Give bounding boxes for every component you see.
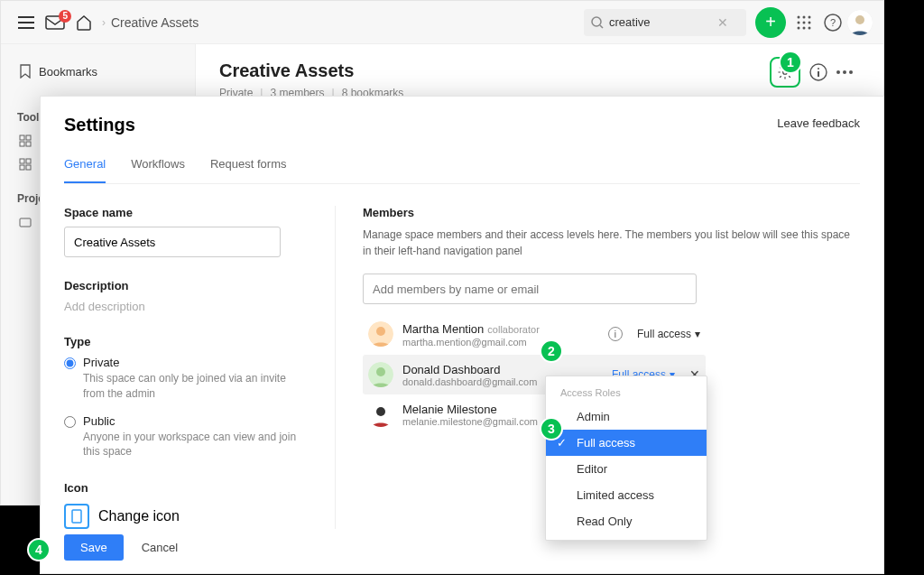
- type-public-title: Public: [83, 414, 299, 428]
- svg-rect-16: [26, 135, 31, 140]
- icon-label: Icon: [64, 481, 299, 495]
- step-badge-1: 1: [779, 51, 802, 74]
- svg-rect-27: [818, 71, 819, 77]
- svg-point-10: [808, 26, 811, 29]
- leave-feedback-link[interactable]: Leave feedback: [777, 116, 860, 130]
- space-icon-preview: [64, 504, 89, 529]
- search-input[interactable]: [609, 15, 717, 29]
- grid-icon: [19, 134, 32, 147]
- folder-icon: [19, 216, 32, 228]
- type-private-title: Private: [83, 356, 299, 369]
- svg-point-2: [798, 15, 800, 18]
- space-name-label: Space name: [64, 206, 299, 219]
- bookmark-icon: [19, 64, 32, 79]
- svg-rect-19: [20, 159, 24, 163]
- svg-point-4: [808, 15, 811, 18]
- type-public-radio[interactable]: [64, 416, 76, 428]
- mail-count-badge: 5: [59, 10, 71, 23]
- apps-grid-icon[interactable]: [790, 8, 818, 37]
- dropdown-item-readonly[interactable]: Read Only: [546, 508, 707, 534]
- dropdown-item-full-access[interactable]: Full access: [546, 430, 707, 456]
- user-avatar[interactable]: [847, 10, 873, 35]
- type-label: Type: [64, 335, 299, 348]
- svg-rect-22: [26, 165, 31, 170]
- svg-rect-18: [26, 142, 31, 146]
- description-label: Description: [64, 279, 299, 292]
- step-badge-4: 4: [27, 538, 51, 561]
- member-avatar: [368, 402, 393, 427]
- search-clear-icon[interactable]: ✕: [717, 15, 728, 30]
- member-avatar: [368, 321, 393, 347]
- svg-point-14: [855, 15, 864, 24]
- svg-rect-23: [20, 218, 31, 227]
- tab-workflows[interactable]: Workflows: [131, 157, 185, 183]
- svg-rect-15: [20, 135, 24, 140]
- members-label: Members: [363, 206, 860, 219]
- member-access-button[interactable]: Full access ▾: [637, 328, 700, 340]
- breadcrumb: › Creative Assets: [102, 15, 199, 30]
- step-badge-3: 3: [540, 417, 563, 441]
- svg-text:?: ?: [830, 17, 836, 28]
- tab-request-forms[interactable]: Request forms: [210, 157, 287, 183]
- chevron-right-icon: ›: [102, 16, 106, 29]
- svg-point-30: [849, 70, 853, 74]
- add-button[interactable]: +: [755, 7, 786, 38]
- more-icon[interactable]: [836, 70, 853, 74]
- member-avatar: [368, 362, 393, 387]
- member-info-icon[interactable]: i: [608, 327, 623, 341]
- svg-point-37: [376, 407, 385, 416]
- help-icon[interactable]: ?: [818, 8, 847, 37]
- svg-rect-17: [20, 142, 24, 146]
- grid-icon: [19, 158, 32, 171]
- dropdown-item-limited[interactable]: Limited access: [546, 482, 707, 508]
- svg-point-28: [836, 70, 840, 74]
- type-private-radio[interactable]: [64, 357, 76, 369]
- save-button[interactable]: Save: [64, 534, 124, 561]
- breadcrumb-space[interactable]: Creative Assets: [111, 15, 199, 30]
- tab-general[interactable]: General: [64, 157, 106, 183]
- svg-point-9: [803, 26, 806, 29]
- svg-point-1: [592, 17, 601, 26]
- svg-point-6: [803, 21, 806, 23]
- svg-point-7: [808, 21, 811, 23]
- type-public-desc: Anyone in your workspace can view and jo…: [83, 430, 299, 460]
- dropdown-header: Access Roles: [546, 382, 707, 403]
- page-title: Creative Assets: [219, 60, 860, 81]
- svg-point-3: [803, 15, 806, 18]
- step-badge-2: 2: [540, 339, 563, 363]
- search-icon: [591, 16, 604, 29]
- type-private-desc: This space can only be joined via an inv…: [83, 371, 299, 402]
- info-icon[interactable]: [809, 63, 827, 81]
- access-roles-dropdown[interactable]: Access Roles Admin Full access Editor Li…: [545, 376, 707, 541]
- svg-point-5: [798, 21, 800, 23]
- description-placeholder[interactable]: Add description: [64, 300, 299, 313]
- dropdown-item-editor[interactable]: Editor: [546, 456, 707, 482]
- nav-bookmarks[interactable]: Bookmarks: [12, 59, 184, 84]
- svg-point-33: [376, 327, 385, 336]
- svg-rect-20: [26, 159, 31, 163]
- change-icon-button[interactable]: Change icon: [64, 504, 299, 529]
- dropdown-item-admin[interactable]: Admin: [546, 403, 707, 430]
- space-name-input[interactable]: [64, 227, 281, 257]
- svg-point-26: [818, 68, 819, 70]
- add-members-input[interactable]: [363, 274, 697, 304]
- cancel-button[interactable]: Cancel: [142, 541, 178, 554]
- mail-icon[interactable]: 5: [41, 8, 69, 37]
- members-desc: Manage space members and their access le…: [363, 227, 860, 259]
- settings-title: Settings: [64, 115, 860, 135]
- search-input-wrap[interactable]: ✕: [584, 9, 746, 36]
- svg-rect-31: [72, 510, 81, 523]
- home-icon[interactable]: [69, 8, 98, 37]
- svg-rect-21: [20, 165, 24, 170]
- chevron-down-icon: ▾: [695, 328, 700, 340]
- svg-point-35: [376, 367, 385, 376]
- svg-point-29: [843, 70, 846, 74]
- menu-icon[interactable]: [12, 8, 41, 37]
- member-row: Martha Mentioncollaborator martha.mentio…: [363, 313, 706, 355]
- svg-point-8: [798, 26, 800, 29]
